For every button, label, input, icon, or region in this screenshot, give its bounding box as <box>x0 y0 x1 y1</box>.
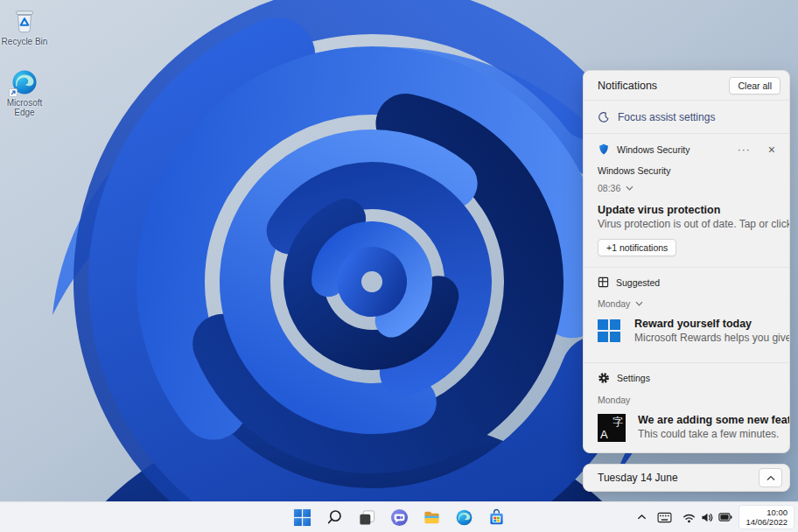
start-button[interactable] <box>289 504 315 530</box>
shortcut-arrow-icon <box>9 88 18 97</box>
settings-day-label-row: Monday <box>598 395 789 405</box>
notification-time: 08:36 <box>598 183 620 193</box>
network-volume-battery-button[interactable] <box>678 505 737 529</box>
notification-title: Update virus protection <box>598 204 789 216</box>
calendar-expand-button[interactable] <box>759 468 782 487</box>
keyboard-icon <box>657 512 672 523</box>
settings-section-label: Settings <box>617 373 650 383</box>
focus-assist-label: Focus assist settings <box>618 111 715 123</box>
touch-keyboard-button[interactable] <box>653 505 676 529</box>
desktop-icon-label: Microsoft Edge <box>0 98 49 117</box>
chevron-down-icon <box>635 301 643 306</box>
settings-notification[interactable]: 字 A We are adding some new features to W… <box>598 414 789 442</box>
task-view-button[interactable] <box>354 504 380 530</box>
desktop-icon-label: Recycle Bin <box>0 37 49 46</box>
notification-group-windows-security[interactable]: Windows Security ··· × Windows Security … <box>584 134 789 268</box>
settings-day-label: Monday <box>598 395 630 405</box>
chevron-down-icon <box>626 186 634 191</box>
notifications-title: Notifications <box>598 80 657 92</box>
moon-icon <box>598 111 610 123</box>
taskbar: 10:00 14/06/2022 <box>0 501 798 532</box>
suggested-day-toggle[interactable]: Monday <box>598 298 789 309</box>
battery-icon <box>718 512 732 522</box>
desktop-icon-microsoft-edge[interactable]: Microsoft Edge <box>0 66 49 117</box>
file-explorer-button[interactable] <box>418 504 444 530</box>
hidden-icons-button[interactable] <box>633 505 651 529</box>
notification-group-settings: Settings Monday 字 A We are adding some n… <box>584 363 789 453</box>
taskbar-center-icons <box>289 504 509 530</box>
notifications-header: Notifications Clear all <box>584 71 789 101</box>
store-icon <box>487 508 506 527</box>
suggested-notification[interactable]: Reward yourself today Microsoft Rewards … <box>598 318 789 344</box>
desktop-icon-recycle-bin[interactable]: Recycle Bin <box>0 5 49 46</box>
notification-body: Microsoft Rewards helps you give back <box>634 332 789 344</box>
edge-icon <box>455 508 473 527</box>
chevron-up-icon <box>637 514 647 521</box>
windows-security-shield-icon <box>598 143 610 156</box>
tray-time: 10:00 <box>766 508 788 517</box>
microsoft-logo-icon <box>598 319 620 342</box>
start-icon <box>293 508 312 527</box>
chat-icon <box>390 508 409 527</box>
notification-app-name: Windows Security <box>617 144 738 155</box>
notification-time-toggle[interactable]: 08:36 <box>598 183 789 193</box>
calendar-date-label: Tuesday 14 June <box>598 472 678 484</box>
volume-icon <box>701 512 713 523</box>
recycle-bin-icon <box>11 7 38 35</box>
microsoft-store-button[interactable] <box>483 504 509 530</box>
chat-button[interactable] <box>386 504 412 530</box>
notification-body: Virus protection is out of date. Tap or … <box>598 218 789 230</box>
language-a-glyph: A <box>600 428 608 441</box>
suggested-grid-icon <box>598 276 609 288</box>
more-notifications-button[interactable]: +1 notifications <box>598 239 676 256</box>
system-tray: 10:00 14/06/2022 <box>633 502 794 532</box>
focus-assist-settings-link[interactable]: Focus assist settings <box>584 101 789 134</box>
calendar-flyout-bar[interactable]: Tuesday 14 June <box>583 464 790 492</box>
chevron-up-icon <box>766 475 775 481</box>
notification-subtitle: Windows Security <box>598 165 789 176</box>
clear-all-button[interactable]: Clear all <box>729 77 780 94</box>
tray-date: 14/06/2022 <box>746 517 788 527</box>
language-zi-glyph: 字 <box>612 415 623 430</box>
close-icon[interactable]: × <box>768 144 775 155</box>
search-icon <box>326 508 343 526</box>
file-explorer-icon <box>423 508 441 527</box>
language-features-icon: 字 A <box>598 414 626 442</box>
notification-body: This could take a few minutes. <box>638 428 789 440</box>
gear-icon <box>598 372 610 384</box>
edge-taskbar-button[interactable] <box>451 504 477 530</box>
notification-title: We are adding some new features to Windo… <box>638 414 789 426</box>
suggested-day-label: Monday <box>598 298 630 309</box>
notification-group-suggested: Suggested Monday Reward yourself today M… <box>584 268 789 363</box>
wifi-icon <box>682 512 696 523</box>
more-options-icon[interactable]: ··· <box>738 144 751 156</box>
suggested-section-label: Suggested <box>616 277 660 288</box>
clock-date-button[interactable]: 10:00 14/06/2022 <box>738 505 794 529</box>
notification-center-panel: Notifications Clear all Focus assist set… <box>583 70 790 453</box>
task-view-icon <box>358 508 376 527</box>
search-button[interactable] <box>321 504 347 530</box>
notification-title: Reward yourself today <box>634 318 789 330</box>
